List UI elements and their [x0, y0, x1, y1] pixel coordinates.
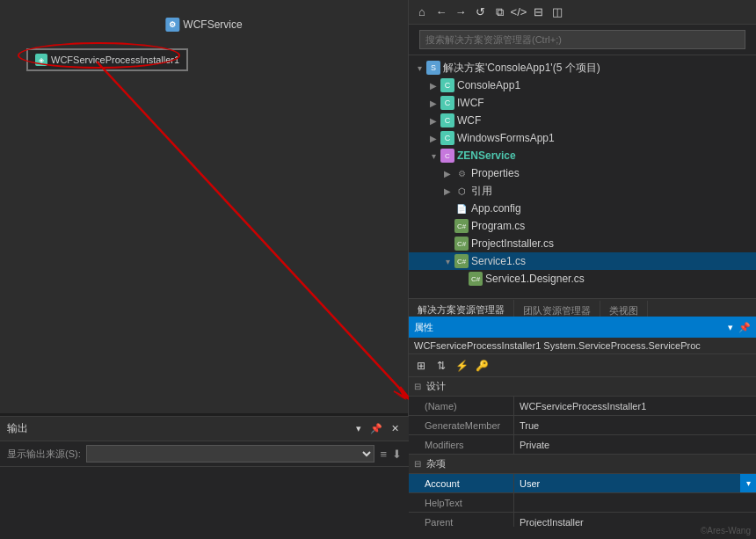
- tree-item-refs[interactable]: ▶ ⬡ 引用: [409, 182, 756, 200]
- output-title: 输出: [7, 421, 28, 436]
- installer-label: WCFServiceProcessInstaller1: [51, 55, 179, 65]
- item-label: Program.cs: [471, 220, 525, 232]
- props-grid-icon[interactable]: ⊞: [412, 357, 430, 375]
- tree-item-appconfig[interactable]: 📄 App.config: [409, 200, 756, 217]
- tree-item-service1designer[interactable]: C# Service1.Designer.cs: [409, 270, 756, 288]
- project-label: IWCF: [457, 97, 484, 109]
- tree-item-service1[interactable]: ▾ C# Service1.cs: [409, 252, 756, 270]
- section-collapse-icon: ⊟: [414, 459, 421, 469]
- props-key-icon[interactable]: 🔑: [473, 357, 491, 375]
- output-icon1: ≡: [380, 448, 387, 461]
- solution-label: 解决方案'ConsoleApp1'(5 个项目): [443, 61, 600, 76]
- right-panel: ⌂ ← → ↺ ⧉ </> ⊟ ◫ ▾ S 解决方案'ConsoleApp1'(…: [409, 0, 756, 539]
- installer-box: ◈ WCFServiceProcessInstaller1: [26, 48, 188, 71]
- tree-item-wcf[interactable]: ▶ C WCF: [409, 112, 756, 129]
- se-back-icon[interactable]: ←: [433, 4, 449, 20]
- props-val-name[interactable]: WCFserviceProcessInstaller1: [514, 397, 756, 415]
- props-row-parent: Parent ProjectInstaller: [409, 513, 756, 527]
- expand-icon: ▶: [426, 96, 440, 110]
- props-val-generatemember[interactable]: True: [514, 416, 756, 434]
- project-icon: C: [440, 96, 454, 110]
- se-preview-icon[interactable]: ◫: [549, 4, 565, 20]
- se-copy-icon[interactable]: ⧉: [491, 4, 507, 20]
- misc-section-header: ⊟ 杂项: [409, 455, 756, 474]
- tree-item-properties[interactable]: ▶ ⚙ Properties: [409, 164, 756, 182]
- se-forward-icon[interactable]: →: [453, 4, 469, 20]
- watermark: ©Ares-Wang: [701, 526, 751, 535]
- props-key-name: (Name): [409, 397, 514, 415]
- project-label: ConsoleApp1: [457, 79, 520, 91]
- props-panel-title: 属性: [414, 321, 433, 334]
- installer-icon: ◈: [35, 54, 47, 66]
- wcf-service-icon: ⚙: [165, 18, 179, 32]
- props-header: 属性 ▾ 📌: [409, 317, 756, 338]
- output-close-btn[interactable]: ✕: [389, 422, 402, 435]
- svg-marker-1: [394, 387, 409, 400]
- solution-explorer: ⌂ ← → ↺ ⧉ </> ⊟ ◫ ▾ S 解决方案'ConsoleApp1'(…: [409, 0, 756, 317]
- output-source-row: 显示输出来源(S): ≡ ⬇: [0, 441, 409, 467]
- folder-icon: ⚙: [454, 166, 469, 180]
- se-code-icon[interactable]: </>: [511, 4, 527, 20]
- props-val-account[interactable]: User ▾: [514, 474, 756, 492]
- tree-item-iwcf[interactable]: ▶ C IWCF: [409, 94, 756, 112]
- props-dropdown-icon[interactable]: ▾: [728, 322, 733, 333]
- project-label: WCF: [457, 114, 481, 127]
- tree-item-projectinstaller[interactable]: C# ProjectInstaller.cs: [409, 235, 756, 252]
- output-controls: ▾ 📌 ✕: [353, 422, 402, 435]
- project-icon: C: [440, 78, 454, 92]
- output-collapse-btn[interactable]: ▾: [353, 422, 364, 435]
- props-sort-icon[interactable]: ⇅: [433, 357, 450, 375]
- props-val-parent[interactable]: ProjectInstaller: [514, 513, 756, 527]
- props-key-generatemember: GenerateMember: [409, 416, 514, 434]
- props-val-modifiers[interactable]: Private: [514, 435, 756, 454]
- props-key-parent: Parent: [409, 513, 514, 527]
- design-section-label: 设计: [426, 380, 446, 393]
- props-events-icon[interactable]: ⚡: [453, 357, 470, 375]
- output-source-select[interactable]: [86, 445, 375, 463]
- tree-item-winforms[interactable]: ▶ C WindowsFormsApp1: [409, 129, 756, 147]
- output-source-icons: ≡ ⬇: [380, 448, 402, 461]
- se-toolbar: ⌂ ← → ↺ ⧉ </> ⊟ ◫: [409, 0, 756, 25]
- props-toolbar: ⊞ ⇅ ⚡ 🔑: [409, 354, 756, 377]
- tree-item-solution[interactable]: ▾ S 解决方案'ConsoleApp1'(5 个项目): [409, 59, 756, 76]
- wcf-service-label: WCFService: [183, 18, 242, 31]
- se-props-icon[interactable]: ⊟: [530, 4, 546, 20]
- tree-item-programcs[interactable]: C# Program.cs: [409, 217, 756, 235]
- se-search-input[interactable]: [419, 30, 745, 49]
- expand-icon: ▶: [426, 78, 440, 92]
- svg-marker-2: [396, 389, 409, 400]
- misc-section-label: 杂项: [426, 457, 446, 470]
- section-collapse-icon: ⊟: [414, 382, 421, 391]
- design-section-header: ⊟ 设计: [409, 377, 756, 397]
- item-label: Service1.Designer.cs: [485, 273, 585, 285]
- output-icon2: ⬇: [392, 448, 402, 461]
- left-panel: ⚙ WCFService ◈ WCFServiceProcessInstalle…: [0, 0, 409, 539]
- props-row-name: (Name) WCFserviceProcessInstaller1: [409, 397, 756, 416]
- svg-line-0: [97, 62, 409, 400]
- se-sync-icon[interactable]: ↺: [472, 4, 488, 20]
- props-row-helptext: HelpText: [409, 493, 756, 513]
- properties-panel: 属性 ▾ 📌 WCFserviceProcessInstaller1 Syste…: [409, 317, 756, 539]
- output-pin-btn[interactable]: 📌: [367, 422, 385, 435]
- file-icon: C#: [454, 237, 469, 251]
- project-label: WindowsFormsApp1: [457, 132, 555, 144]
- svg-line-3: [400, 387, 409, 400]
- output-panel: 输出 ▾ 📌 ✕ 显示输出来源(S): ≡ ⬇: [0, 416, 409, 539]
- output-header: 输出 ▾ 📌 ✕: [0, 417, 409, 441]
- se-home-icon[interactable]: ⌂: [414, 4, 430, 20]
- expand-icon: ▶: [440, 184, 454, 198]
- account-dropdown-arrow[interactable]: ▾: [740, 474, 756, 492]
- item-label: Service1.cs: [471, 255, 526, 267]
- project-icon: C: [440, 113, 454, 127]
- output-source-label: 显示输出来源(S):: [7, 448, 81, 461]
- solution-icon: S: [426, 61, 440, 75]
- props-pin-icon[interactable]: 📌: [738, 322, 751, 333]
- tree-item-zenservice[interactable]: ▾ C ZENService: [409, 147, 756, 164]
- props-row-account[interactable]: Account User ▾: [409, 474, 756, 493]
- expand-icon: ▾: [440, 254, 454, 268]
- props-val-helptext[interactable]: [514, 493, 756, 512]
- item-label: Properties: [471, 167, 520, 179]
- file-icon: 📄: [454, 201, 469, 215]
- tree-item-consoleapp1[interactable]: ▶ C ConsoleApp1: [409, 76, 756, 94]
- props-row-generatemember: GenerateMember True: [409, 416, 756, 435]
